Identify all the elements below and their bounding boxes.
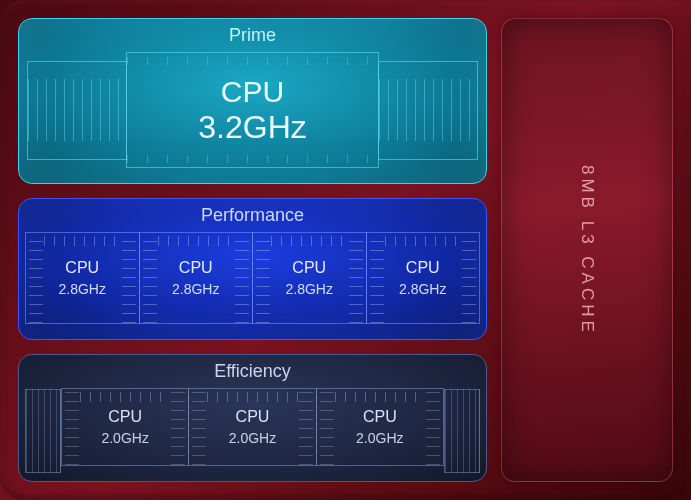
core-name: CPU xyxy=(292,259,326,277)
core-freq: 2.0GHz xyxy=(356,430,403,446)
eff-core: CPU 2.0GHz xyxy=(316,388,444,466)
efficiency-left-block xyxy=(25,389,61,473)
core-freq: 2.0GHz xyxy=(101,430,148,446)
core-clusters-column: Prime CPU 3.2GHz Performance CPU 2.8GHz … xyxy=(18,18,487,482)
prime-core-freq: 3.2GHz xyxy=(198,109,306,146)
l3-cache-block: 8MB L3 CACHE xyxy=(501,18,673,482)
core-freq: 2.8GHz xyxy=(286,281,333,297)
performance-body: CPU 2.8GHz CPU 2.8GHz CPU 2.8GHz CPU 2.8… xyxy=(19,232,486,331)
efficiency-right-block xyxy=(444,389,480,473)
core-name: CPU xyxy=(236,408,270,426)
perf-core: CPU 2.8GHz xyxy=(25,232,140,323)
efficiency-cluster: Efficiency CPU 2.0GHz CPU 2.0GHz CPU 2.0… xyxy=(18,354,487,482)
perf-core: CPU 2.8GHz xyxy=(366,232,481,323)
perf-core: CPU 2.8GHz xyxy=(139,232,254,323)
prime-cluster: Prime CPU 3.2GHz xyxy=(18,18,487,184)
performance-cluster: Performance CPU 2.8GHz CPU 2.8GHz CPU 2.… xyxy=(18,198,487,339)
eff-core: CPU 2.0GHz xyxy=(61,388,189,466)
core-name: CPU xyxy=(108,408,142,426)
prime-left-block xyxy=(27,61,127,160)
eff-core: CPU 2.0GHz xyxy=(188,388,316,466)
efficiency-title: Efficiency xyxy=(19,361,486,382)
prime-core-name: CPU xyxy=(221,75,284,109)
l3-cache-label: 8MB L3 CACHE xyxy=(577,165,597,336)
core-freq: 2.0GHz xyxy=(229,430,276,446)
prime-body: CPU 3.2GHz xyxy=(19,52,486,176)
perf-core: CPU 2.8GHz xyxy=(252,232,367,323)
core-name: CPU xyxy=(65,259,99,277)
core-freq: 2.8GHz xyxy=(172,281,219,297)
efficiency-body: CPU 2.0GHz CPU 2.0GHz CPU 2.0GHz xyxy=(19,388,486,474)
performance-title: Performance xyxy=(19,205,486,226)
prime-title: Prime xyxy=(19,25,486,46)
prime-core: CPU 3.2GHz xyxy=(126,52,379,168)
core-freq: 2.8GHz xyxy=(59,281,106,297)
core-name: CPU xyxy=(179,259,213,277)
core-freq: 2.8GHz xyxy=(399,281,446,297)
core-name: CPU xyxy=(406,259,440,277)
prime-right-block xyxy=(378,61,478,160)
core-name: CPU xyxy=(363,408,397,426)
